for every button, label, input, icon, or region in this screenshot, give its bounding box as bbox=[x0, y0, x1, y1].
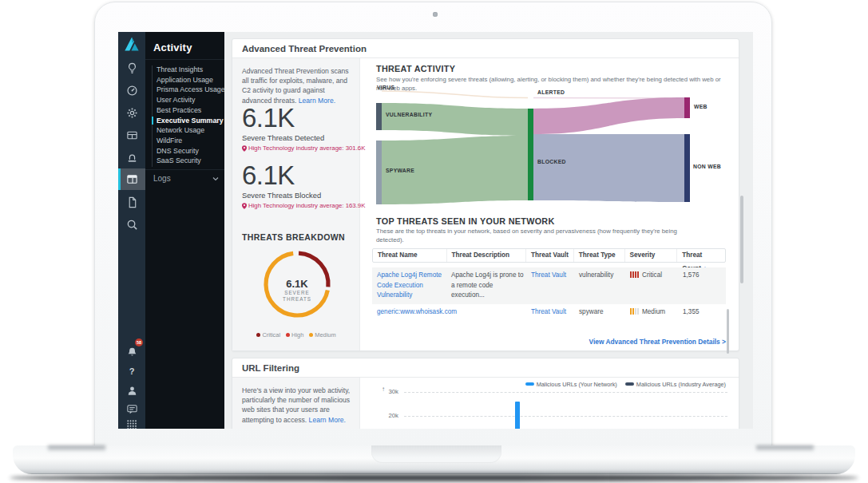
col-threat-description[interactable]: Threat Description bbox=[447, 249, 527, 262]
apps-grid-icon[interactable] bbox=[118, 414, 145, 429]
legend-industry-average: Malicious URLs (Industry Average) bbox=[625, 381, 726, 388]
legend-high: High bbox=[286, 331, 303, 338]
ground-shadow bbox=[10, 474, 858, 481]
blocked-benchmark: High Technology industry average: 163.9K bbox=[242, 202, 365, 209]
col-severity[interactable]: Severity bbox=[625, 249, 678, 262]
col-threat-count[interactable]: Threat Count‹ bbox=[677, 249, 725, 262]
sidebar-item-user-activity[interactable]: User Activity bbox=[157, 95, 222, 105]
threats-blocked-value: 6.1K bbox=[242, 160, 295, 191]
sidebar-item-prisma-access-usage[interactable]: Prisma Access Usage bbox=[157, 85, 222, 95]
donut-center-label: SEVERE bbox=[261, 290, 333, 295]
table-row[interactable]: Apache Log4j Remote Code Execution Vulne… bbox=[372, 267, 726, 304]
sidebar-menu: Activity Threat Insights Application Usa… bbox=[145, 32, 224, 429]
sidebar-item-network-usage[interactable]: Network Usage bbox=[157, 125, 222, 136]
sidebar-item-application-usage[interactable]: Application Usage bbox=[157, 75, 222, 85]
threats-blocked-label: Severe Threats Blocked bbox=[242, 192, 321, 200]
threats-breakdown-title: THREATS BREAKDOWN bbox=[242, 232, 345, 242]
app-window: 58 ? bbox=[118, 32, 753, 429]
sankey-label-web: WEB bbox=[694, 104, 707, 109]
brand-logo[interactable] bbox=[121, 34, 142, 55]
top-threats-title: TOP THREATS SEEN IN YOUR NETWORK bbox=[376, 216, 555, 226]
sankey-label-virus: VIRUS bbox=[377, 85, 394, 90]
card-title: Advanced Threat Prevention bbox=[232, 39, 739, 58]
col-threat-type[interactable]: Threat Type bbox=[574, 249, 625, 262]
threat-name-link[interactable]: Apache Log4j Remote Code Execution Vulne… bbox=[377, 271, 442, 299]
sankey-label-vulnerability: VULNERABILITY bbox=[386, 112, 432, 117]
legend-medium: Medium bbox=[309, 331, 335, 338]
severity-bars-medium bbox=[630, 308, 639, 315]
threats-detected-label: Severe Threats Detected bbox=[242, 134, 324, 142]
notifications-bell-icon[interactable]: 58 bbox=[118, 342, 145, 362]
sankey-label-blocked: BLOCKED bbox=[537, 159, 566, 164]
threat-count: 1,355 bbox=[678, 304, 726, 322]
sankey-label-spyware: SPYWARE bbox=[386, 168, 414, 173]
url-filtering-card: URL Filtering Here's a view into your we… bbox=[232, 358, 739, 429]
dashboard-icon-selected[interactable] bbox=[118, 168, 145, 190]
y-axis-arrow: ↑ bbox=[382, 386, 385, 393]
top-threats-table: Threat Name Threat Description Threat Va… bbox=[372, 248, 726, 322]
report-icon[interactable] bbox=[118, 192, 145, 212]
learn-more-link[interactable]: Learn More. bbox=[309, 416, 346, 424]
sidebar-item-logs[interactable]: Logs bbox=[153, 174, 219, 183]
alarm-icon[interactable] bbox=[118, 147, 145, 168]
table-header-row: Threat Name Threat Description Threat Va… bbox=[372, 248, 726, 263]
table-scrollbar[interactable] bbox=[727, 309, 729, 354]
gauge-icon[interactable] bbox=[118, 80, 145, 101]
top-threats-subtitle: These are the top threats in your networ… bbox=[376, 228, 680, 244]
threat-vault-link[interactable]: Threat Vault bbox=[531, 308, 566, 315]
col-threat-name[interactable]: Threat Name bbox=[373, 249, 447, 262]
panels-icon[interactable] bbox=[118, 125, 145, 145]
sidebar-item-threat-insights[interactable]: Threat Insights bbox=[157, 65, 222, 75]
section-title: Activity bbox=[153, 42, 192, 53]
sidebar-item-saas-security[interactable]: SaaS Security bbox=[157, 156, 222, 166]
help-icon[interactable]: ? bbox=[118, 361, 145, 382]
breakdown-legend: Critical High Medium bbox=[232, 331, 360, 338]
page-scrollbar[interactable] bbox=[740, 196, 743, 283]
chevron-down-icon bbox=[212, 176, 219, 181]
atp-summary-column: Advanced Threat Prevention scans all tra… bbox=[232, 58, 360, 350]
sidebar-item-executive-summary[interactable]: Executive Summary bbox=[157, 116, 222, 126]
severity-cell: Medium bbox=[625, 304, 678, 322]
sidebar-item-dns-security[interactable]: DNS Security bbox=[157, 146, 222, 156]
sankey-label-nonweb: NON WEB bbox=[693, 164, 721, 169]
col-threat-vault[interactable]: Threat Vault bbox=[526, 249, 574, 262]
url-summary-column: Here's a view into your web activity, pa… bbox=[232, 378, 360, 429]
threats-detected-value: 6.1K bbox=[242, 103, 295, 133]
donut-center-value: 6.1K bbox=[261, 278, 333, 290]
table-row[interactable]: generic:www.whoisask.com Threat Vault sp… bbox=[372, 304, 726, 322]
notification-badge: 58 bbox=[135, 338, 143, 346]
search-icon[interactable] bbox=[118, 214, 145, 235]
threat-activity-sankey: VIRUS VULNERABILITY SPYWARE ALERTED BLOC… bbox=[376, 87, 727, 215]
gear-icon[interactable] bbox=[118, 102, 145, 123]
sidebar-item-wildfire[interactable]: WildFire bbox=[157, 136, 222, 146]
laptop-mockup: 58 ? bbox=[0, 0, 868, 483]
card-title: URL Filtering bbox=[232, 358, 739, 378]
icon-rail: 58 ? bbox=[118, 32, 145, 429]
threat-vault-link[interactable]: Threat Vault bbox=[531, 271, 566, 279]
insights-icon[interactable] bbox=[118, 57, 145, 78]
threat-name-link[interactable]: generic:www.whoisask.com bbox=[377, 308, 457, 315]
hinge-shadow bbox=[756, 445, 814, 452]
malicious-urls-bar[interactable] bbox=[515, 402, 520, 429]
donut-center-label: THREATS bbox=[261, 296, 333, 302]
legend-critical: Critical bbox=[256, 331, 280, 338]
laptop-notch bbox=[371, 445, 501, 463]
legend-your-network: Malicious URLs (Your Network) bbox=[525, 381, 617, 388]
pin-icon bbox=[242, 145, 247, 152]
y-axis-label: Malicious URLs bbox=[381, 394, 390, 429]
pin-icon bbox=[242, 203, 247, 209]
threat-count: 1,576 bbox=[678, 267, 726, 304]
detected-benchmark: High Technology industry average: 301.6K bbox=[242, 145, 365, 152]
atp-description: Advanced Threat Prevention scans all tra… bbox=[242, 66, 352, 105]
advanced-threat-prevention-card: Advanced Threat Prevention Advanced Thre… bbox=[232, 38, 739, 351]
url-description: Here's a view into your web activity, pa… bbox=[242, 386, 352, 425]
sidebar-item-best-practices[interactable]: Best Practices bbox=[157, 105, 222, 116]
hinge-shadow bbox=[48, 445, 105, 452]
threat-description: Apache Log4j is prone to a remote code e… bbox=[446, 267, 526, 304]
view-details-link[interactable]: View Advanced Threat Prevention Details … bbox=[589, 338, 726, 346]
learn-more-link[interactable]: Learn More. bbox=[299, 97, 335, 105]
divider bbox=[145, 59, 224, 60]
threat-activity-title: THREAT ACTIVITY bbox=[376, 64, 455, 73]
url-chart-legend: Malicious URLs (Your Network) Malicious … bbox=[525, 381, 726, 388]
threat-type: vulnerability bbox=[574, 267, 625, 304]
